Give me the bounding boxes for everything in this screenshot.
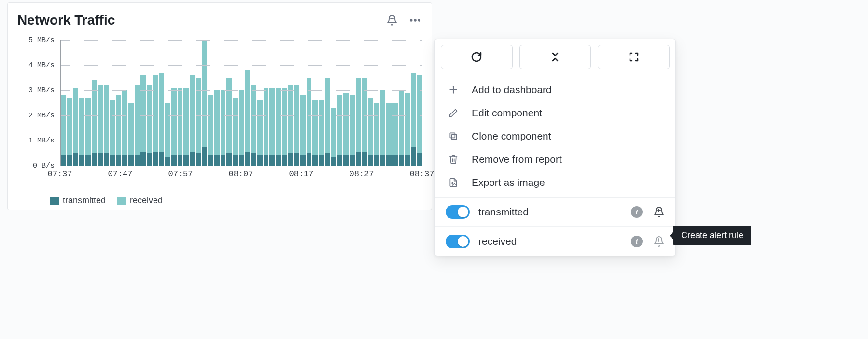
bar-slot [337, 40, 342, 166]
x-tick-label: 07:37 [47, 170, 72, 179]
bar-received [196, 78, 201, 166]
bar-transmitted [276, 155, 281, 166]
chart-plot [60, 40, 422, 166]
bar-slot [319, 40, 324, 166]
bar-slot [294, 40, 299, 166]
bar-transmitted [325, 153, 330, 166]
bar-transmitted [269, 155, 275, 166]
bar-slot [104, 40, 109, 166]
bar-transmitted [159, 152, 165, 166]
bar-transmitted [239, 155, 244, 166]
legend-received-label: received [130, 196, 163, 206]
bar-slot [325, 40, 330, 166]
bar-slot [147, 40, 152, 166]
export-as-image-item[interactable]: Export as image [435, 171, 675, 194]
chart-bars [61, 40, 422, 166]
legend-received[interactable]: received [117, 196, 163, 206]
bar-slot [178, 40, 183, 166]
bar-received [325, 78, 330, 166]
edit-component-label: Edit component [472, 107, 542, 119]
more-options-icon[interactable] [409, 14, 421, 26]
x-tick-label: 08:17 [289, 170, 313, 179]
svg-point-4 [418, 19, 421, 22]
bar-received [135, 85, 140, 166]
bar-transmitted [417, 153, 422, 166]
bar-transmitted [233, 155, 238, 166]
export-as-image-label: Export as image [472, 177, 545, 188]
bar-slot [350, 40, 355, 166]
bar-transmitted [386, 155, 392, 166]
series-transmitted-label: transmitted [478, 206, 622, 218]
bar-slot [368, 40, 373, 166]
bar-transmitted [104, 153, 109, 166]
bar-transmitted [282, 155, 287, 166]
toggle-received[interactable] [446, 235, 470, 248]
bar-transmitted [319, 155, 324, 166]
refresh-button[interactable] [441, 45, 513, 69]
alert-bell-add-icon[interactable] [653, 236, 665, 247]
series-row-received: received i [435, 226, 675, 256]
legend-transmitted[interactable]: transmitted [50, 196, 106, 206]
bar-transmitted [116, 155, 121, 166]
bar-slot [85, 40, 91, 166]
toggle-transmitted[interactable] [446, 205, 470, 219]
edit-component-item[interactable]: Edit component [435, 101, 675, 125]
bar-transmitted [85, 155, 91, 166]
bar-transmitted [411, 147, 416, 166]
bar-transmitted [79, 155, 84, 166]
x-tick-label: 07:57 [168, 170, 193, 179]
grid-line [61, 40, 422, 41]
bar-transmitted [362, 152, 367, 166]
bar-transmitted [178, 155, 183, 166]
series-received-label: received [478, 236, 622, 247]
bar-slot [331, 40, 336, 166]
bar-slot [233, 40, 238, 166]
panel-header-icons [386, 14, 422, 26]
bar-transmitted [368, 155, 373, 166]
bar-transmitted [288, 153, 294, 166]
bar-transmitted [374, 155, 379, 166]
y-tick-label: 5 MB/s [17, 36, 58, 44]
bar-slot [269, 40, 275, 166]
bar-slot [405, 40, 410, 166]
collapse-button[interactable] [519, 45, 591, 69]
remove-from-report-item[interactable]: Remove from report [435, 148, 675, 171]
bar-slot [245, 40, 251, 166]
grid-line [61, 65, 422, 66]
info-icon[interactable]: i [631, 206, 643, 218]
bar-slot [399, 40, 404, 166]
plus-icon [448, 84, 459, 96]
bar-transmitted [165, 157, 170, 166]
grid-line [61, 115, 422, 116]
bar-slot [165, 40, 170, 166]
bar-transmitted [350, 155, 355, 166]
bar-slot [122, 40, 127, 166]
bar-transmitted [153, 152, 158, 166]
bar-slot [288, 40, 294, 166]
alert-bell-add-icon[interactable] [653, 206, 665, 218]
bar-received [165, 103, 170, 166]
bar-transmitted [67, 155, 72, 166]
bar-transmitted [257, 155, 263, 166]
info-icon[interactable]: i [631, 236, 643, 247]
pencil-icon [448, 107, 459, 119]
bar-slot [417, 40, 422, 166]
add-to-dashboard-item[interactable]: Add to dashboard [435, 78, 675, 101]
clone-component-item[interactable]: Clone component [435, 125, 675, 148]
bar-transmitted [294, 153, 299, 166]
bar-transmitted [92, 153, 97, 166]
bar-slot [239, 40, 244, 166]
bar-received [307, 78, 312, 166]
x-axis: 07:3707:4707:5708:0708:1708:2708:37 [60, 167, 422, 181]
tooltip-text: Create alert rule [681, 230, 743, 240]
bar-slot [73, 40, 78, 166]
bar-transmitted [221, 155, 226, 166]
bar-transmitted [202, 147, 208, 166]
bar-slot [257, 40, 263, 166]
fullscreen-button[interactable] [598, 45, 670, 69]
bar-transmitted [356, 152, 361, 166]
bar-transmitted [405, 155, 410, 166]
bar-slot [128, 40, 134, 166]
bar-slot [356, 40, 361, 166]
alert-bell-add-icon[interactable] [386, 14, 398, 26]
